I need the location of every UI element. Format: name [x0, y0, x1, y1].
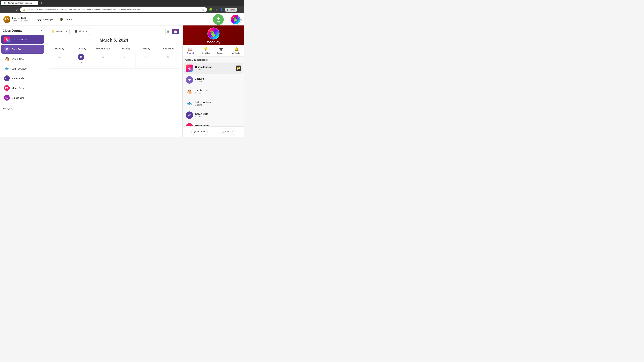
students-plus-icon: ⊕: [194, 130, 196, 133]
right-item-avatar-mordi-seem: MS: [186, 123, 193, 126]
browser-actions: 🧩 ⬇ 👤 Incognito ⋮: [208, 7, 242, 12]
right-panel-item-john-louises[interactable]: 🐟 John Louises 6 posts: [184, 98, 243, 109]
user-name: Lauren Deli: [12, 17, 28, 19]
forward-button[interactable]: →: [8, 7, 13, 12]
sidebar-item-mordi-seem[interactable]: MS Mordi Seem: [1, 83, 44, 92]
sidebar-item-shiella-cris-label: Shiella Cris: [12, 96, 24, 99]
journal-tab-icon: 📖: [188, 47, 192, 51]
cal-day-9[interactable]: 9: [157, 52, 179, 68]
tab-notifications[interactable]: 🔔 Notifications: [229, 45, 244, 56]
right-panel-item-jamie-cris[interactable]: 🐴 Jamie Cris 1 post: [184, 86, 243, 97]
sidebar-item-karen-dale-label: Karen Dale: [12, 77, 24, 80]
cal-day-4[interactable]: 4: [49, 52, 70, 68]
folder-icon-class-journal: 📁: [236, 65, 241, 71]
sidebar-item-jamie-cris[interactable]: 🐴 Jamie Cris: [1, 54, 44, 63]
everyone-label: Everyone: [3, 107, 13, 110]
right-item-posts-john-louises: 6 posts: [195, 104, 241, 106]
cal-day-4-number: 4: [56, 54, 62, 60]
tab-title: Journal Calendar - Seesaw: [8, 2, 32, 4]
address-bar[interactable]: 🔒 app.seesaw.me/#/class/class.e01bf4c2-9…: [20, 7, 207, 12]
progress-tab-icon: 🎓: [219, 47, 224, 51]
sidebar-item-jack-pot[interactable]: JP Jack Pot: [1, 44, 44, 54]
right-item-info-class-journal: Class Journal 9 posts: [195, 65, 234, 71]
folders-dropdown[interactable]: 📁 Folders ∨: [49, 28, 70, 35]
progress-tab-label: Progress: [217, 52, 225, 54]
tab-journal[interactable]: 📖 Journal: [183, 45, 198, 56]
cal-header-friday: Friday: [136, 45, 158, 52]
right-item-posts-jamie-cris: 1 post: [195, 92, 241, 94]
right-item-info-jamie-cris: Jamie Cris 1 post: [195, 89, 241, 94]
tab-close-button[interactable]: ✕: [33, 2, 36, 4]
avatar-mordi-seem: MS: [4, 85, 10, 91]
activities-tab-icon: 💡: [204, 47, 208, 51]
sidebar-item-shiella-cris[interactable]: SC Shiella Cris: [1, 93, 44, 102]
app-header: LD Lauren Deli Teacher - 1 Class 💬 Messa…: [0, 13, 244, 25]
list-view-button[interactable]: ☰: [165, 29, 172, 34]
right-item-name-mordi-seem: Mordi Seem: [195, 124, 241, 126]
tab-progress[interactable]: 🎓 Progress: [214, 45, 229, 56]
skills-dropdown[interactable]: 🎓 Skills ∨: [72, 28, 90, 35]
families-button[interactable]: ⊕ Families: [220, 129, 235, 135]
reload-button[interactable]: ↻: [14, 7, 19, 12]
browser-controls: ← → ↻ 🔒 app.seesaw.me/#/class/class.e01b…: [0, 6, 244, 13]
browser-tab[interactable]: S Journal Calendar - Seesaw ✕: [1, 1, 38, 5]
right-panel-item-mordi-seem[interactable]: MS Mordi Seem 5 posts: [184, 121, 243, 126]
right-panel-item-karen-dale[interactable]: KD Karen Dale 5 posts: [184, 109, 243, 121]
right-item-name-karen-dale: Karen Dale: [195, 112, 241, 115]
right-panel-item-jack-pot[interactable]: JP Jack Pot 7 posts: [184, 74, 243, 86]
right-panel-item-class-journal[interactable]: 🦄 Class Journal 9 posts 📁: [184, 62, 243, 74]
right-item-info-john-louises: John Louises 6 posts: [195, 101, 241, 106]
sidebar-item-karen-dale[interactable]: KD Karen Dale: [1, 74, 44, 83]
avatar-jamie-cris: 🐴: [4, 56, 10, 62]
sidebar-chevron-icon[interactable]: ∧: [40, 29, 42, 32]
messages-nav-item[interactable]: 💬 Messages: [35, 16, 56, 23]
cal-day-5[interactable]: 5 1 post: [70, 52, 92, 68]
cal-header-saturday: Saturday: [157, 45, 179, 52]
sidebar-everyone-item[interactable]: Everyone: [0, 105, 45, 112]
calendar-grid: Monday Tuesday Wednesday Thursday Friday…: [49, 45, 179, 68]
settings-icon[interactable]: 🔧: [237, 16, 242, 21]
students-button[interactable]: ⊕ Students: [191, 129, 208, 135]
download-button[interactable]: ⬇: [214, 7, 218, 12]
right-item-avatar-jack-pot: JP: [186, 76, 193, 84]
right-panel-footer: ⊕ Students ⊕ Families: [183, 126, 244, 137]
cal-header-wednesday: Wednesday: [92, 45, 114, 52]
main-area: Class Journal ∧ 🦄 Class Journal JP Jack …: [0, 25, 244, 137]
cal-day-6-number: 6: [100, 54, 106, 60]
sidebar-item-john-louises-label: John Louises: [12, 67, 26, 70]
cal-header-tuesday: Tuesday: [70, 45, 92, 52]
right-item-posts-class-journal: 9 posts: [195, 68, 234, 71]
tab-activities[interactable]: 💡 Activities: [198, 45, 214, 56]
extensions-button[interactable]: 🧩: [208, 7, 213, 12]
sidebar-divider: [3, 104, 42, 104]
notifications-tab-label: Notifications: [231, 52, 242, 54]
sidebar-header: Class Journal ∧: [0, 27, 45, 34]
students-label: Students: [197, 130, 205, 133]
incognito-label: Incognito: [225, 8, 237, 11]
library-label: Library: [64, 18, 72, 21]
right-item-avatar-jamie-cris: 🐴: [186, 88, 193, 95]
right-panel-tabs: 📖 Journal 💡 Activities 🎓 Progress 🔔 Noti…: [183, 45, 244, 56]
sidebar-item-john-louises[interactable]: 🐟 John Louises: [1, 64, 44, 73]
url-text: app.seesaw.me/#/class/class.e01bf4c2-9a2…: [27, 8, 200, 11]
back-button[interactable]: ←: [2, 7, 7, 12]
folders-chevron-icon: ∨: [66, 30, 67, 33]
header-nav: 💬 Messages 🎓 Library: [35, 16, 74, 23]
library-nav-item[interactable]: 🎓 Library: [57, 16, 74, 23]
cal-day-8[interactable]: 8: [136, 52, 158, 68]
right-item-avatar-class-journal: 🦄: [186, 64, 193, 72]
cal-day-7[interactable]: 7: [114, 52, 136, 68]
right-item-info-karen-dale: Karen Dale 5 posts: [195, 112, 241, 118]
add-button[interactable]: + Add: [213, 14, 224, 25]
sidebar-item-class-journal[interactable]: 🦄 Class Journal: [1, 35, 44, 44]
sidebar-title: Class Journal: [3, 29, 22, 32]
cal-day-6[interactable]: 6: [92, 52, 114, 68]
families-plus-icon: ⊕: [222, 130, 224, 133]
new-tab-button[interactable]: +: [40, 1, 44, 5]
calendar-view-button[interactable]: 📅: [172, 29, 179, 34]
tab-favicon: S: [4, 2, 6, 4]
journal-tab-label: Journal: [187, 52, 194, 54]
profile-button[interactable]: 👤: [219, 7, 224, 12]
right-item-avatar-karen-dale: KD: [186, 111, 193, 119]
menu-button[interactable]: ⋮: [238, 7, 242, 12]
